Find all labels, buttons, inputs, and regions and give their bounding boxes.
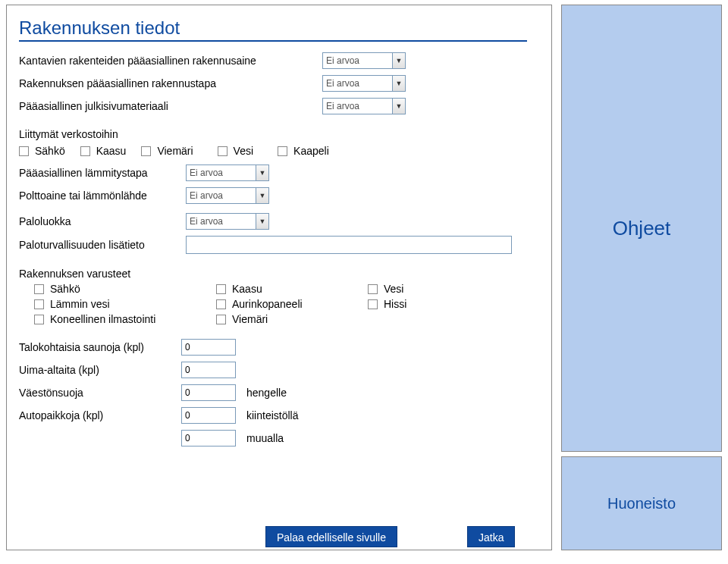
row-parking2: 0 muualla [19, 430, 539, 446]
cb-label: Kaasu [232, 283, 262, 295]
cb-label: Viemäri [157, 145, 193, 157]
select-fire-class-value: Ei arvoa [190, 216, 223, 227]
select-material[interactable]: Ei arvoa ▼ [322, 52, 406, 69]
row-facade: Pääasiallinen julkisivumateriaali Ei arv… [19, 98, 539, 114]
select-facade-value: Ei arvoa [326, 101, 359, 111]
label-material: Kantavien rakenteiden pääasiallinen rake… [19, 55, 322, 67]
help-title: Ohjeet [613, 217, 671, 240]
checkbox-viemari[interactable] [141, 146, 151, 156]
row-fire-class: Paloluokka Ei arvoa ▼ [19, 213, 539, 230]
row-sauna: Talokohtaisia saunoja (kpl) 0 [19, 339, 539, 356]
equipment-grid: Sähkö Kaasu Vesi Lämmin vesi Aurinkopane… [34, 283, 539, 325]
cb-label: Koneellinen ilmastointi [50, 313, 155, 325]
checkbox-eq-sahko[interactable] [34, 284, 44, 294]
label-heat-method: Pääasiallinen lämmitystapa [19, 167, 186, 179]
label-method: Rakennuksen pääasiallinen rakennustapa [19, 77, 322, 89]
select-method-value: Ei arvoa [326, 78, 359, 89]
suffix-parking-onsite: kiinteistöllä [246, 409, 298, 421]
chevron-down-icon: ▼ [256, 165, 268, 180]
cb-label: Lämmin vesi [50, 298, 110, 310]
networks-checkboxes: Sähkö Kaasu Viemäri Vesi Kaapeli [19, 145, 539, 157]
checkbox-eq-kaasu[interactable] [216, 284, 226, 294]
row-heat-method: Pääasiallinen lämmitystapa Ei arvoa ▼ [19, 164, 539, 181]
chevron-down-icon: ▼ [256, 214, 268, 229]
chevron-down-icon: ▼ [392, 53, 405, 68]
select-method[interactable]: Ei arvoa ▼ [322, 75, 406, 92]
checkbox-vesi[interactable] [218, 146, 228, 156]
chevron-down-icon: ▼ [392, 76, 405, 91]
cb-label: Hissi [384, 298, 406, 310]
select-fuel[interactable]: Ei arvoa ▼ [186, 187, 269, 204]
chevron-down-icon: ▼ [392, 99, 405, 114]
label-networks: Liittymät verkostoihin [19, 128, 539, 140]
cb-label: Kaasu [96, 145, 127, 157]
suffix-shelter: hengelle [246, 387, 287, 399]
checkbox-kaapeli[interactable] [278, 146, 287, 156]
input-sauna[interactable]: 0 [181, 339, 236, 356]
checkbox-eq-aurinko[interactable] [216, 299, 226, 309]
label-facade: Pääasiallinen julkisivumateriaali [19, 100, 322, 112]
cb-label: Vesi [384, 283, 403, 295]
checkbox-eq-lammin[interactable] [34, 299, 44, 309]
select-material-value: Ei arvoa [326, 55, 359, 66]
row-material: Kantavien rakenteiden pääasiallinen rake… [19, 52, 539, 69]
cb-label: Kaapeli [293, 145, 329, 157]
label-parking: Autopaikkoja (kpl) [19, 409, 181, 421]
row-fuel: Polttoaine tai lämmönlähde Ei arvoa ▼ [19, 187, 539, 204]
input-parking-elsewhere[interactable]: 0 [181, 430, 236, 446]
select-facade[interactable]: Ei arvoa ▼ [322, 98, 406, 114]
label-fuel: Polttoaine tai lämmönlähde [19, 190, 186, 202]
suffix-parking-elsewhere: muualla [246, 432, 284, 444]
checkbox-eq-hissi[interactable] [368, 299, 378, 309]
select-heat-method-value: Ei arvoa [190, 168, 223, 178]
cb-label: Viemäri [232, 313, 268, 325]
label-pool: Uima-altaita (kpl) [19, 364, 181, 376]
row-fire-info: Paloturvallisuuden lisätieto [19, 236, 539, 254]
input-pool[interactable]: 0 [181, 362, 236, 378]
page-title: Rakennuksen tiedot [19, 17, 539, 39]
title-divider [19, 40, 527, 42]
select-heat-method[interactable]: Ei arvoa ▼ [186, 164, 269, 181]
input-fire-info[interactable] [186, 236, 512, 254]
select-fire-class[interactable]: Ei arvoa ▼ [186, 213, 269, 230]
checkbox-eq-vesi[interactable] [368, 284, 378, 294]
checkbox-kaasu[interactable] [80, 146, 90, 156]
cb-label: Aurinkopaneeli [232, 298, 303, 310]
row-shelter: Väestönsuoja 0 hengelle [19, 384, 539, 401]
cb-label: Sähkö [35, 145, 65, 157]
checkbox-eq-viemari[interactable] [216, 315, 226, 324]
section-title: Huoneisto [607, 495, 676, 512]
input-shelter[interactable]: 0 [181, 384, 236, 401]
back-button[interactable]: Palaa edelliselle sivulle [265, 526, 397, 547]
section-panel: Huoneisto [561, 456, 722, 550]
help-panel: Ohjeet [561, 5, 722, 452]
row-pool: Uima-altaita (kpl) 0 [19, 362, 539, 378]
label-shelter: Väestönsuoja [19, 387, 181, 399]
checkbox-eq-ilmastointi[interactable] [34, 315, 44, 324]
input-parking-onsite[interactable]: 0 [181, 407, 236, 424]
label-sauna: Talokohtaisia saunoja (kpl) [19, 341, 181, 353]
row-method: Rakennuksen pääasiallinen rakennustapa E… [19, 75, 539, 92]
cb-label: Vesi [234, 145, 253, 157]
row-parking: Autopaikkoja (kpl) 0 kiinteistöllä [19, 407, 539, 424]
label-equipment: Rakennuksen varusteet [19, 268, 539, 280]
checkbox-sahko[interactable] [19, 146, 29, 156]
next-button[interactable]: Jatka [467, 526, 515, 547]
chevron-down-icon: ▼ [256, 188, 268, 203]
main-panel: Rakennuksen tiedot Kantavien rakenteiden… [6, 5, 552, 550]
cb-label: Sähkö [50, 283, 80, 295]
label-fire-info: Paloturvallisuuden lisätieto [19, 239, 186, 251]
label-fire-class: Paloluokka [19, 215, 186, 227]
select-fuel-value: Ei arvoa [190, 190, 223, 201]
